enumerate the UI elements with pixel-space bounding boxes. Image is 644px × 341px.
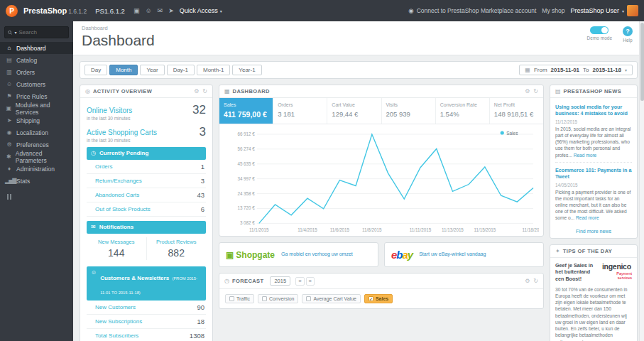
search-input[interactable] <box>18 29 65 36</box>
range-button-day[interactable]: Day <box>84 65 107 75</box>
article-date: 14/05/2015 <box>555 183 632 188</box>
sidebar-item-stats[interactable]: ▂▅▇ Stats <box>0 175 73 187</box>
my-shop-link[interactable]: My shop <box>542 7 564 14</box>
sidebar: ▾ ⌂ Dashboard ▤ Catalog ▥ Orders ☺ Custo… <box>0 21 73 341</box>
scrollbar-thumb[interactable] <box>640 23 644 101</box>
refresh-icon[interactable]: ↻ <box>533 278 538 284</box>
help-button[interactable]: ? Help <box>623 26 633 43</box>
sidebar-item-shipping[interactable]: ➤ Shipping <box>0 114 73 126</box>
new-subscriptions-link[interactable]: New Subscriptions <box>95 318 142 325</box>
envelope-icon[interactable]: ✉ <box>158 7 163 14</box>
ebay-link[interactable]: Start uw eBay-winkel vandaag <box>419 251 486 258</box>
kpi-visits[interactable]: Visits 205 939 <box>382 98 436 124</box>
abandoned-carts-link[interactable]: Abandoned Carts <box>95 192 139 198</box>
sidebar-item-localization[interactable]: ◉ Localization <box>0 126 73 139</box>
sidebar-item-administration[interactable]: ♦ Administration <box>0 163 73 175</box>
sidebar-item-advanced-parameters[interactable]: ✱ Advanced Parameters <box>0 151 73 163</box>
kpi-orders[interactable]: Orders 3 181 <box>273 98 327 124</box>
cart-icon[interactable]: ▣ <box>133 7 140 14</box>
checkbox-icon[interactable] <box>262 296 267 301</box>
sidebar-item-orders[interactable]: ▥ Orders <box>0 66 73 78</box>
sidebar-collapse-button[interactable] <box>0 187 73 207</box>
page-header: Dashboard Dashboard Demo mode ? Help <box>73 21 644 55</box>
kpi-sales[interactable]: Sales 411 759,00 € <box>219 98 273 124</box>
demo-mode-toggle[interactable]: Demo mode <box>587 26 612 43</box>
shopgate-link[interactable]: Ga mobiel en verhoog uw omzet <box>281 251 353 258</box>
refresh-icon[interactable]: ↻ <box>202 88 207 94</box>
kpi-cart-value[interactable]: Cart Value 129,44 € <box>327 98 381 124</box>
sales-line-chart: 66 912 €56 274 €45 635 €34 997 €24 358 €… <box>224 127 539 234</box>
forecast-option-traffic[interactable]: Traffic <box>225 294 254 303</box>
gear-icon[interactable]: ⚙ <box>194 88 199 94</box>
read-more-link[interactable]: Read more <box>576 215 599 220</box>
customers-newsletters-banner: ☺ Customers & Newsletters (FROM 2015-11-… <box>87 266 206 301</box>
sidebar-search[interactable]: ▾ <box>4 26 69 38</box>
forecast-year-select[interactable]: 2015 <box>270 276 290 286</box>
cell-label: Product Reviews <box>147 239 207 245</box>
range-button-day-1[interactable]: Day-1 <box>167 65 195 75</box>
product-reviews-cell[interactable]: Product Reviews 882 <box>147 237 207 260</box>
new-messages-cell[interactable]: New Messages 144 <box>87 237 147 260</box>
kpi-net-profit[interactable]: Net Profit 148 918,51 € <box>490 98 543 124</box>
help-icon[interactable]: ? <box>623 26 633 36</box>
shop-name-link[interactable]: PS1.6.1.2 <box>95 7 125 15</box>
find-more-news-link[interactable]: Find more news <box>555 225 632 235</box>
kpi-conversion-rate[interactable]: Conversion Rate 1.54% <box>436 98 490 124</box>
range-button-month[interactable]: Month <box>109 65 138 75</box>
kpi-value: 148 918,51 € <box>494 110 539 118</box>
marketplace-link[interactable]: ◉ Connect to PrestaShop Marketplace acco… <box>408 7 536 14</box>
ebay-letter: a <box>403 249 408 261</box>
toggle-icon[interactable] <box>590 26 608 34</box>
checkbox-checked-icon[interactable] <box>369 296 373 301</box>
home-icon: ⌂ <box>5 45 13 51</box>
chevron-down-icon: ▾ <box>220 9 222 13</box>
metric-subtitle: in the last 30 minutes <box>87 116 206 121</box>
sidebar-item-label: Orders <box>16 69 35 76</box>
out-of-stock-link[interactable]: Out of Stock Products <box>95 206 151 212</box>
range-button-year-1[interactable]: Year-1 <box>232 65 261 75</box>
article-title-link[interactable]: Using social media for your business: 4 … <box>555 104 632 117</box>
total-subscribers-link[interactable]: Total Subscribers <box>95 332 138 339</box>
forecast-legend: Traffic Conversion Average Cart Value <box>219 289 543 308</box>
ebay-promo[interactable]: ebay Start uw eBay-winkel vandaag <box>384 242 544 267</box>
date-range-picker[interactable]: ▦ From 2015-11-01 To 2015-11-18 ▾ <box>519 65 633 75</box>
pending-orders-link[interactable]: Orders <box>95 163 112 170</box>
sidebar-item-customers[interactable]: ☺ Customers <box>0 78 73 90</box>
forecast-option-average-cart-value[interactable]: Average Cart Value <box>302 294 360 303</box>
panel-title: FORECAST <box>232 278 263 284</box>
range-button-month-1[interactable]: Month-1 <box>197 65 230 75</box>
metric-label[interactable]: Online Visitors <box>87 107 132 114</box>
metric-label[interactable]: Active Shopping Carts <box>87 129 157 136</box>
scrollbar[interactable] <box>639 21 644 341</box>
forecast-option-sales[interactable]: Sales <box>364 294 393 303</box>
brand-subtitle: Payment services <box>602 271 632 280</box>
svg-text:11/1/2015: 11/1/2015 <box>249 227 269 232</box>
sidebar-item-price-rules[interactable]: ⚑ Price Rules <box>0 90 73 102</box>
person-icon[interactable]: ☺ <box>145 7 151 14</box>
checkbox-icon[interactable] <box>229 296 234 301</box>
gear-icon[interactable]: ⚙ <box>525 278 530 284</box>
rocket-icon[interactable]: ➤ <box>168 7 174 14</box>
previous-button[interactable]: « <box>295 277 304 286</box>
user-menu[interactable]: PrestaShop User ▾ <box>570 5 638 16</box>
sidebar-item-modules[interactable]: ▣ Modules and Services <box>0 102 73 114</box>
sidebar-item-catalog[interactable]: ▤ Catalog <box>0 54 73 66</box>
pending-returns-link[interactable]: Return/Exchanges <box>95 178 142 184</box>
active-carts-metric: Active Shopping Carts 3 <box>87 125 206 139</box>
next-button[interactable]: » <box>306 277 315 286</box>
range-button-year[interactable]: Year <box>140 65 164 75</box>
new-customers-link[interactable]: New Customers <box>95 304 136 310</box>
article-title-link[interactable]: Ecommerce 101: Payments in a Tweet <box>555 167 632 180</box>
checkbox-icon[interactable] <box>306 296 311 301</box>
svg-text:11/18/2015: 11/18/2015 <box>523 227 539 232</box>
forecast-option-conversion[interactable]: Conversion <box>258 294 298 303</box>
quick-access-menu[interactable]: Quick Access ▾ <box>180 7 222 14</box>
read-more-link[interactable]: Read more <box>574 153 597 158</box>
gear-icon[interactable]: ⚙ <box>525 88 530 94</box>
svg-text:11/8/2015: 11/8/2015 <box>362 227 382 232</box>
shopgate-promo[interactable]: ▣ Shopgate Ga mobiel en verhoog uw omzet <box>219 242 378 267</box>
panel-header: ◎ ACTIVITY OVERVIEW ⚙ ↻ <box>80 85 212 98</box>
sidebar-item-preferences[interactable]: ⚙ Preferences <box>0 139 73 151</box>
sidebar-item-dashboard[interactable]: ⌂ Dashboard <box>0 42 73 54</box>
refresh-icon[interactable]: ↻ <box>533 88 538 94</box>
